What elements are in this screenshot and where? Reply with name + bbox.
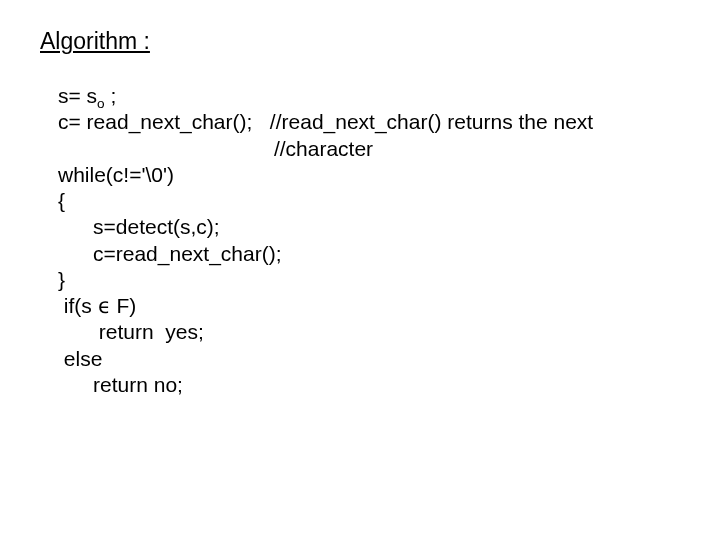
code-line-2: c= read_next_char(); //read_next_char() …: [58, 110, 593, 133]
code-line-5: {: [58, 189, 65, 212]
code-line-1a: s= s: [58, 84, 97, 107]
slide: Algorithm : s= so ; c= read_next_char();…: [0, 0, 720, 540]
code-line-12: return no;: [58, 373, 183, 396]
code-line-1b: ;: [105, 84, 117, 107]
code-line-11: else: [58, 347, 102, 370]
code-line-10: return yes;: [58, 320, 204, 343]
slide-title: Algorithm :: [40, 28, 680, 55]
code-line-4: while(c!='\0'): [58, 163, 174, 186]
code-line-8: }: [58, 268, 65, 291]
algorithm-code: s= so ; c= read_next_char(); //read_next…: [58, 83, 680, 398]
code-line-3: //character: [58, 137, 373, 160]
code-line-7: c=read_next_char();: [58, 242, 282, 265]
code-line-1-sub: o: [97, 96, 105, 111]
code-line-6: s=detect(s,c);: [58, 215, 220, 238]
code-line-9: if(s ϵ F): [58, 294, 136, 317]
